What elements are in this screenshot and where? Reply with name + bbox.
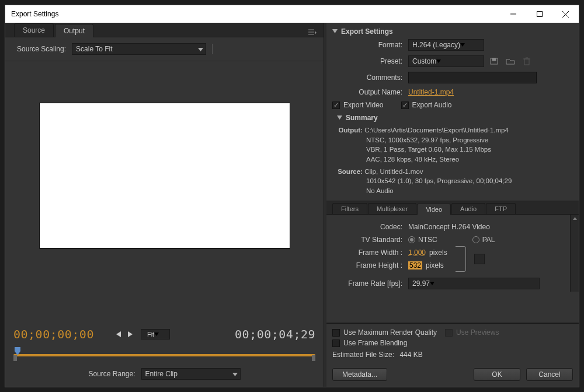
use-max-quality-label: Use Maximum Render Quality xyxy=(343,328,437,337)
link-bracket-icon xyxy=(456,246,466,272)
tab-ftp[interactable]: FTP xyxy=(486,203,516,214)
timecode-duration: 00;00;04;29 xyxy=(235,327,315,341)
tab-output[interactable]: Output xyxy=(55,24,93,37)
frame-rate-dropdown[interactable]: 29.97 xyxy=(408,278,540,289)
codec-value: MainConcept H.264 Video xyxy=(408,223,490,231)
maximize-button[interactable] xyxy=(526,5,552,23)
tv-standard-label: TV Standard: xyxy=(326,236,408,244)
output-name-link[interactable]: Untitled-1.mp4 xyxy=(408,88,454,96)
next-frame-button[interactable] xyxy=(126,330,134,338)
export-audio-label: Export Audio xyxy=(412,101,452,109)
format-value: H.264 (Legacy) xyxy=(412,41,460,49)
summary-box: Output: C:\Users\Artis\Documents\Export\… xyxy=(337,125,573,196)
source-scaling-dropdown[interactable]: Scale To Fit xyxy=(72,43,206,55)
twirldown-icon[interactable] xyxy=(332,27,338,36)
timecode-current[interactable]: 00;00;00;00 xyxy=(13,327,94,341)
format-label: Format: xyxy=(326,41,408,49)
preset-label: Preset: xyxy=(326,57,408,65)
use-previews-checkbox xyxy=(445,329,453,337)
estimated-size-value: 444 KB xyxy=(399,351,422,359)
ntsc-radio[interactable] xyxy=(408,236,415,243)
preset-dropdown[interactable]: Custom xyxy=(408,55,484,67)
use-previews-label: Use Previews xyxy=(456,328,499,337)
preset-value: Custom xyxy=(412,57,436,65)
zoom-value: Fit xyxy=(147,331,154,338)
import-preset-icon[interactable] xyxy=(504,55,517,67)
svg-rect-8 xyxy=(492,58,496,61)
tab-source[interactable]: Source xyxy=(14,23,54,37)
pixels-label: pixels xyxy=(426,261,444,270)
preview-canvas xyxy=(39,103,290,249)
use-max-quality-checkbox[interactable] xyxy=(332,329,340,337)
save-preset-icon[interactable] xyxy=(488,55,500,67)
frame-rate-label: Frame Rate [fps]: xyxy=(326,279,408,288)
source-range-dropdown[interactable]: Entire Clip xyxy=(141,368,241,380)
comments-label: Comments: xyxy=(326,74,408,82)
source-scaling-label: Source Scaling: xyxy=(17,45,66,53)
cancel-button[interactable]: Cancel xyxy=(526,368,573,381)
tab-video[interactable]: Video xyxy=(417,204,451,215)
minimize-button[interactable] xyxy=(500,5,526,23)
export-audio-checkbox[interactable] xyxy=(401,102,409,109)
svg-rect-1 xyxy=(537,12,542,17)
constrain-proportions-toggle[interactable] xyxy=(474,254,485,264)
close-button[interactable] xyxy=(552,5,579,23)
source-scaling-value: Scale To Fit xyxy=(76,45,112,53)
frame-height-label: Frame Height : xyxy=(326,261,408,270)
delete-preset-icon[interactable] xyxy=(520,55,533,67)
frame-height-value[interactable]: 532 xyxy=(408,261,422,270)
use-frame-blending-label: Use Frame Blending xyxy=(343,339,407,347)
tab-audio[interactable]: Audio xyxy=(451,203,485,214)
use-frame-blending-checkbox[interactable] xyxy=(332,340,340,347)
export-settings-header: Export Settings xyxy=(341,27,393,36)
prev-frame-button[interactable] xyxy=(115,330,123,338)
frame-width-label: Frame Width : xyxy=(326,249,408,257)
ok-button[interactable]: OK xyxy=(474,368,520,381)
export-video-label: Export Video xyxy=(343,101,384,109)
tab-multiplexer[interactable]: Multiplexer xyxy=(368,203,416,214)
frame-width-value[interactable]: 1,000 xyxy=(408,249,426,257)
scrollbar[interactable] xyxy=(570,215,579,292)
window-title: Export Settings xyxy=(11,10,500,18)
in-point-handle[interactable] xyxy=(13,353,18,358)
codec-label: Codec: xyxy=(326,223,408,231)
summary-header: Summary xyxy=(346,114,378,122)
pal-radio[interactable] xyxy=(472,236,479,243)
ntsc-label: NTSC xyxy=(418,236,437,244)
preview-area xyxy=(5,61,324,325)
pal-label: PAL xyxy=(482,236,495,244)
svg-rect-9 xyxy=(524,59,529,65)
out-point-handle[interactable] xyxy=(311,353,315,358)
comments-input[interactable] xyxy=(408,72,537,83)
export-video-checkbox[interactable] xyxy=(332,102,340,109)
source-range-value: Entire Clip xyxy=(145,370,178,378)
format-dropdown[interactable]: H.264 (Legacy) xyxy=(408,39,484,51)
source-range-label: Source Range: xyxy=(88,370,135,378)
output-name-label: Output Name: xyxy=(326,88,408,96)
twirldown-icon[interactable] xyxy=(337,114,342,122)
estimated-size-label: Estimated File Size: xyxy=(332,351,394,359)
tab-filters[interactable]: Filters xyxy=(332,203,367,214)
pixels-label: pixels xyxy=(429,249,447,257)
frame-rate-value: 29.97 xyxy=(412,279,430,288)
export-settings-window: Export Settings Source Output Source Sca… xyxy=(5,5,579,387)
panel-menu-icon[interactable] xyxy=(306,27,319,37)
timeline-slider[interactable] xyxy=(13,347,315,359)
zoom-dropdown[interactable]: Fit xyxy=(141,329,170,340)
titlebar[interactable]: Export Settings xyxy=(5,5,579,23)
metadata-button[interactable]: Metadata... xyxy=(332,368,387,381)
divider xyxy=(212,44,213,54)
